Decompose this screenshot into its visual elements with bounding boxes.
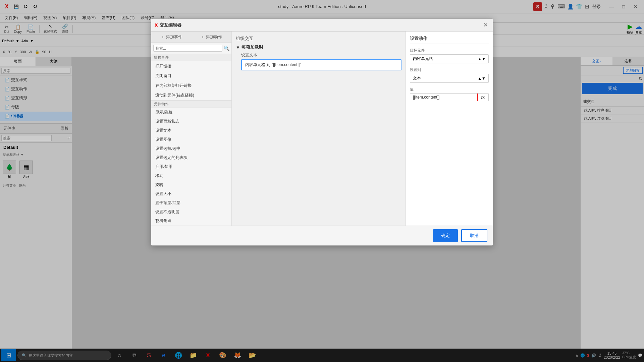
target-element-field: 目标元件 内容单元格 ▲▼	[410, 48, 489, 63]
dialog-search-area: 🔍	[151, 43, 231, 54]
interaction-editor-dialog: X 交互编辑器 ✕ ＋ 添加事件 ＋ 添加动作	[151, 18, 493, 246]
dialog-title-bar: X 交互编辑器 ✕	[151, 19, 493, 32]
organize-interact-title: 组织交互	[236, 36, 401, 42]
action-type-label: 设置文本	[241, 52, 401, 58]
action-set-focus[interactable]: 获得焦点	[151, 217, 231, 226]
action-set-image[interactable]: 设置图像	[151, 135, 231, 144]
dialog-left-tabs: ＋ 添加事件 ＋ 添加动作	[151, 32, 231, 43]
link-events-section: 链接事件	[151, 54, 231, 61]
action-enable-disable[interactable]: 启用/禁用	[151, 162, 231, 171]
cancel-button[interactable]: 取消	[461, 229, 487, 242]
set-to-select[interactable]: 文本 ▲▼	[410, 74, 489, 83]
tab-add-event[interactable]: ＋ 添加事件	[151, 32, 192, 43]
collapse-icon[interactable]: ▼	[236, 45, 240, 50]
event-open-in-frame[interactable]: 在内部框架打开链接	[151, 81, 231, 90]
action-set-opacity[interactable]: 设置不透明度	[151, 207, 231, 217]
dialog-left-panel: ＋ 添加事件 ＋ 添加动作 🔍 链接事件 打开链接 关闭窗口	[151, 32, 232, 226]
dialog-title: X 交互编辑器	[155, 22, 181, 28]
confirm-button[interactable]: 确定	[433, 229, 458, 242]
fx-icon: fx	[481, 95, 485, 100]
value-label: 值	[410, 87, 489, 92]
action-set-panel-state[interactable]: 设置面板状态	[151, 117, 231, 126]
event-header: ▼ 每项加载时	[236, 44, 401, 50]
tab-add-action[interactable]: ＋ 添加动作	[192, 32, 232, 43]
action-set-size[interactable]: 设置大小	[151, 189, 231, 198]
action-move[interactable]: 移动	[151, 171, 231, 180]
action-set-list-item[interactable]: 设置选定的列表项	[151, 153, 231, 162]
dialog-overlay: X 交互编辑器 ✕ ＋ 添加事件 ＋ 添加动作	[0, 0, 644, 362]
action-set-text[interactable]: 设置文本	[151, 126, 231, 135]
dialog-footer: 确定 取消	[151, 226, 493, 245]
fx-button[interactable]: fx	[477, 94, 488, 101]
set-to-label: 设置到	[410, 67, 489, 72]
dialog-search-input[interactable]	[153, 45, 222, 52]
plus-icon-event: ＋	[161, 34, 165, 40]
event-open-link[interactable]: 打开链接	[151, 61, 231, 71]
action-item-row[interactable]: 内容单元格 到 "[[Item.content]]"	[241, 59, 401, 70]
widget-actions-section: 元件动作	[151, 100, 231, 108]
value-input[interactable]	[410, 94, 477, 101]
value-row: fx	[410, 93, 489, 101]
dialog-body: ＋ 添加事件 ＋ 添加动作 🔍 链接事件 打开链接 关闭窗口	[151, 32, 493, 226]
set-action-title: 设置动作	[410, 36, 489, 44]
target-label: 目标元件	[410, 48, 489, 53]
dialog-icon: X	[155, 22, 158, 28]
action-rotate[interactable]: 旋转	[151, 180, 231, 189]
dialog-close-button[interactable]: ✕	[481, 21, 489, 29]
action-set-selection[interactable]: 设置选择/选中	[151, 144, 231, 153]
action-group: 设置文本 内容单元格 到 "[[Item.content]]"	[236, 52, 401, 70]
dialog-right-panel: 设置动作 目标元件 内容单元格 ▲▼ 设置到 文本 ▲▼	[406, 32, 493, 226]
search-icon: 🔍	[224, 46, 229, 51]
plus-icon-action: ＋	[201, 34, 205, 40]
event-close-window[interactable]: 关闭窗口	[151, 71, 231, 81]
action-z-order[interactable]: 置于顶层/底层	[151, 198, 231, 207]
set-to-chevron-icon: ▲▼	[478, 76, 486, 81]
set-to-field: 设置到 文本 ▲▼	[410, 67, 489, 83]
event-scroll-to[interactable]: 滚动到元件(锚点链接)	[151, 90, 231, 100]
dialog-middle-panel: 组织交互 ▼ 每项加载时 设置文本 内容单元格 到 "[[Item.conten…	[232, 32, 406, 226]
target-chevron-icon: ▲▼	[478, 57, 486, 61]
target-select[interactable]: 内容单元格 ▲▼	[410, 54, 489, 63]
event-group: ▼ 每项加载时 设置文本 内容单元格 到 "[[Item.content]]"	[236, 44, 401, 70]
action-show-hide[interactable]: 显示/隐藏	[151, 108, 231, 117]
value-field: 值 fx	[410, 87, 489, 101]
